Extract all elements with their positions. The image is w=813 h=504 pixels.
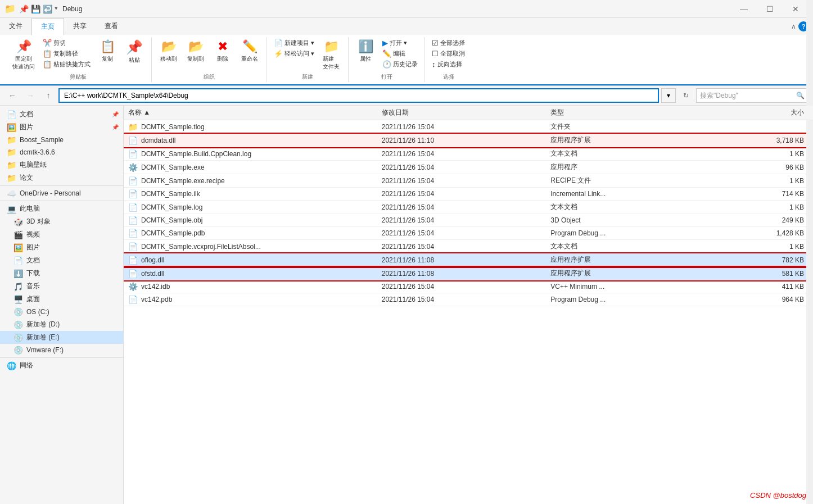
pin-quickaccess-button[interactable]: 📌 固定到快速访问 (9, 38, 38, 72)
minimize-button[interactable]: — (731, 0, 757, 18)
tab-home[interactable]: 主页 (31, 18, 64, 35)
sidebar-item-boost-sample[interactable]: 📁 Boost_Sample (0, 134, 123, 146)
sidebar-item-pictures2[interactable]: 🖼️ 图片 (0, 241, 123, 254)
easy-access-button[interactable]: ⚡ 轻松访问 ▾ (272, 49, 317, 58)
folder-icon: 📁 (128, 122, 138, 131)
up-button[interactable]: ↑ (40, 88, 56, 103)
sidebar-divider2 (0, 201, 123, 201)
copy-button[interactable]: 📋 复制 (95, 38, 120, 64)
sidebar-item-vmware[interactable]: 💿 Vmware (F:) (0, 344, 123, 356)
sidebar-item-label: Vmware (F:) (26, 346, 64, 354)
delete-button[interactable]: ✖ 删除 (210, 38, 235, 64)
back-button[interactable]: ← (4, 88, 20, 103)
cut-button[interactable]: ✂️ 剪切 (40, 38, 93, 48)
col-name[interactable]: 名称 ▲ (124, 108, 382, 117)
ribbon-collapse-icon[interactable]: ∧ (791, 22, 796, 30)
sidebar-item-thesis[interactable]: 📁 论文 (0, 171, 123, 184)
tab-view[interactable]: 查看 (96, 18, 127, 35)
maximize-button[interactable]: ☐ (757, 0, 783, 18)
sidebar-item-wallpaper[interactable]: 📁 电脑壁纸 (0, 158, 123, 171)
file-row-ofstd[interactable]: 📄 ofstd.dll 2021/11/26 11:08 应用程序扩展 581 … (124, 267, 813, 280)
new-folder-button[interactable]: 📁 新建文件夹 (319, 38, 344, 72)
tab-share[interactable]: 共享 (64, 18, 96, 35)
new-item-button[interactable]: 📄 新建项目 ▾ (272, 38, 317, 48)
col-type[interactable]: 类型 (550, 108, 720, 117)
file-row-dcmdata[interactable]: 📄 dcmdata.dll 2021/11/26 11:10 应用程序扩展 3,… (124, 134, 813, 147)
file-row[interactable]: ⚙️ DCMTK_Sample.exe 2021/11/26 15:04 应用程… (124, 161, 813, 174)
col-size[interactable]: 大小 (720, 108, 813, 117)
sidebar-item-videos[interactable]: 🎬 视频 (0, 228, 123, 241)
file-row[interactable]: 📄 DCMTK_Sample.Build.CppClean.log 2021/1… (124, 147, 813, 161)
address-bar[interactable]: E:\C++ work\DCMTK_Sample\x64\Debug (58, 88, 659, 103)
organize-label: 组织 (204, 73, 215, 81)
ribbon-group-new: 📄 新建项目 ▾ ⚡ 轻松访问 ▾ 📁 新建文件夹 新建 (267, 37, 349, 82)
paste-shortcut-button[interactable]: 📋 粘贴快捷方式 (40, 60, 93, 69)
sidebar-item-osc[interactable]: 💿 OS (C:) (0, 306, 123, 318)
sidebar-item-downloads[interactable]: ⬇️ 下载 (0, 267, 123, 280)
sidebar-item-music[interactable]: 🎵 音乐 (0, 280, 123, 293)
sidebar-item-documents[interactable]: 📄 文档 📌 (0, 108, 123, 121)
copy-to-button[interactable]: 📂 复制到 (183, 38, 208, 64)
col-date[interactable]: 修改日期 (382, 108, 551, 117)
music-icon: 🎵 (13, 282, 23, 291)
title-undo-icon: ↩️ (43, 4, 52, 13)
sidebar-item-documents2[interactable]: 📄 文档 (0, 254, 123, 267)
file-row[interactable]: 📄 DCMTK_Sample.exe.recipe 2021/11/26 15:… (124, 174, 813, 188)
copy-path-button[interactable]: 📋 复制路径 (40, 49, 93, 58)
title-dropdown-icon[interactable]: ▾ (55, 4, 58, 13)
sidebar-item-dcmtk[interactable]: 📁 dcmtk-3.6.6 (0, 146, 123, 158)
newitem-icon: 📄 (274, 39, 283, 47)
refresh-button[interactable]: ↻ (678, 88, 694, 103)
forward-button[interactable]: → (22, 88, 38, 103)
file-row-oflog[interactable]: 📄 oflog.dll 2021/11/26 11:08 应用程序扩展 782 … (124, 253, 813, 267)
sidebar-item-onedrive[interactable]: ☁️ OneDrive - Personal (0, 187, 123, 199)
sidebar-scrollbar[interactable] (806, 106, 813, 504)
search-placeholder: 搜索"Debug" (700, 91, 738, 101)
watermark: CSDN @bostdog (750, 491, 806, 500)
file-row[interactable]: 📄 DCMTK_Sample.log 2021/11/26 15:04 文本文档… (124, 201, 813, 214)
file-row[interactable]: 📄 DCMTK_Sample.ilk 2021/11/26 15:04 Incr… (124, 188, 813, 201)
close-button[interactable]: ✕ (783, 0, 809, 18)
file-name: 📄 DCMTK_Sample.exe.recipe (124, 176, 382, 185)
file-name: 📄 oflog.dll (124, 256, 382, 265)
deselect-all-button[interactable]: ☐ 全部取消 (430, 49, 467, 58)
file-name: 📄 ofstd.dll (124, 269, 382, 278)
sidebar-item-thispc[interactable]: 💻 此电脑 (0, 202, 123, 215)
sidebar-item-network[interactable]: 🌐 网络 (0, 359, 123, 372)
sidebar-item-drivee[interactable]: 💿 新加卷 (E:) (0, 331, 123, 344)
invert-select-button[interactable]: ↕ 反向选择 (430, 60, 467, 69)
sidebar-item-label: 图片 (26, 243, 40, 252)
delete-icon: ✖ (218, 39, 228, 54)
file-name: ⚙️ vc142.idb (124, 282, 382, 291)
file-row[interactable]: 📁 DCMTK_Sample.tlog 2021/11/26 15:04 文件夹 (124, 120, 813, 134)
file-row[interactable]: ⚙️ vc142.idb 2021/11/26 15:04 VC++ Minim… (124, 280, 813, 293)
sidebar-item-pictures[interactable]: 🖼️ 图片 📌 (0, 121, 123, 134)
history-button[interactable]: 🕐 历史记录 (380, 60, 420, 69)
search-bar[interactable]: 搜索"Debug" 🔍 (696, 88, 809, 103)
properties-button[interactable]: ℹ️ 属性 (353, 38, 378, 64)
sidebar-item-label: 文档 (20, 110, 33, 119)
edit-button[interactable]: ✏️ 编辑 (380, 49, 420, 58)
file-row[interactable]: 📄 DCMTK_Sample.vcxproj.FileListAbsol... … (124, 240, 813, 253)
file-row[interactable]: 📄 vc142.pdb 2021/11/26 15:04 Program Deb… (124, 293, 813, 306)
open-button[interactable]: ▶ 打开 ▾ (380, 38, 420, 48)
move-to-button[interactable]: 📂 移动到 (156, 38, 181, 64)
select-all-button[interactable]: ☑ 全部选择 (430, 38, 467, 48)
file-row[interactable]: 📄 DCMTK_Sample.pdb 2021/11/26 15:04 Prog… (124, 227, 813, 240)
ribbon: 文件 主页 共享 查看 ∧ ? 📌 固定到快速访问 ✂️ 剪切 (0, 18, 813, 86)
new-label: 新建 (302, 73, 313, 81)
sidebar-item-desktop[interactable]: 🖥️ 桌面 (0, 293, 123, 306)
tab-file[interactable]: 文件 (0, 18, 31, 35)
address-path: E:\C++ work\DCMTK_Sample\x64\Debug (64, 92, 188, 99)
paste-button[interactable]: 📌 粘贴 (122, 38, 147, 65)
rename-button[interactable]: ✏️ 重命名 (237, 38, 262, 64)
address-dropdown-button[interactable]: ▾ (661, 88, 676, 103)
file-name: 📄 DCMTK_Sample.pdb (124, 229, 382, 238)
file-row[interactable]: 📄 DCMTK_Sample.obj 2021/11/26 15:04 3D O… (124, 214, 813, 227)
ribbon-group-select: ☑ 全部选择 ☐ 全部取消 ↕ 反向选择 选择 (425, 37, 472, 82)
sidebar-item-drived[interactable]: 💿 新加卷 (D:) (0, 318, 123, 331)
file-name: 📄 dcmdata.dll (124, 136, 382, 145)
sidebar-item-3dobjects[interactable]: 🎲 3D 对象 (0, 215, 123, 228)
vcxproj-icon: 📄 (128, 242, 138, 251)
paste-shortcut-icon: 📋 (43, 60, 52, 69)
